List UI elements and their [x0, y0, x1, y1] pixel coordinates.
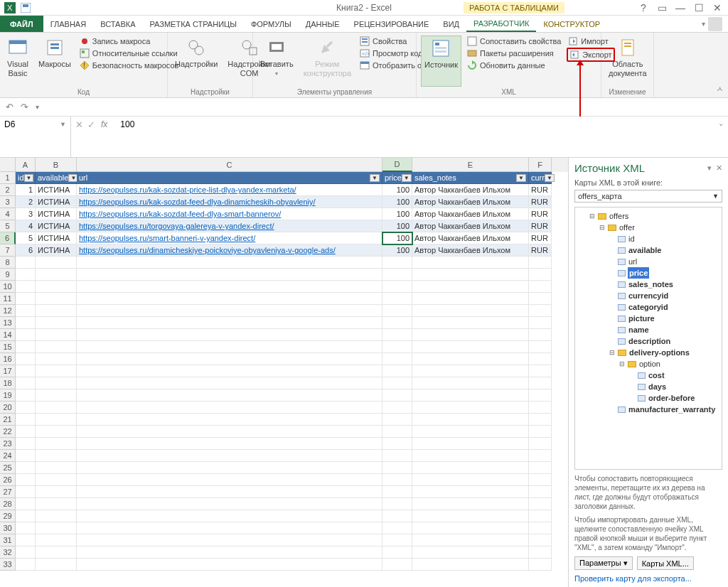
cell[interactable]: [36, 293, 77, 305]
cell[interactable]: RUR: [529, 220, 552, 232]
expansion-packs-button[interactable]: Пакеты расширения: [466, 48, 562, 59]
cell[interactable]: https://seopulses.ru/torgovaya-galereya-…: [77, 220, 382, 232]
cell[interactable]: [412, 257, 529, 269]
cell[interactable]: [16, 257, 36, 269]
cell[interactable]: [382, 522, 412, 534]
cell[interactable]: [16, 341, 36, 353]
cell[interactable]: [529, 498, 552, 510]
collapse-ribbon-icon[interactable]: ㅅ: [716, 84, 724, 95]
cell[interactable]: [36, 510, 77, 522]
cell[interactable]: [36, 534, 77, 546]
tree-node[interactable]: ⊟option: [578, 358, 719, 370]
cell[interactable]: [16, 305, 36, 317]
cell[interactable]: [36, 365, 77, 377]
cell[interactable]: [382, 426, 412, 438]
cell[interactable]: [77, 341, 382, 353]
xml-options-button[interactable]: Параметры ▾: [574, 556, 633, 570]
tab-данные[interactable]: ДАННЫЕ: [299, 16, 347, 32]
table-header-cell[interactable]: id▼: [16, 172, 36, 184]
cell[interactable]: [529, 365, 552, 377]
fx-icon[interactable]: fx: [101, 119, 107, 129]
cell[interactable]: [382, 377, 412, 389]
cell[interactable]: ИСТИНА: [36, 184, 77, 196]
col-header-C[interactable]: C: [77, 158, 382, 172]
tab-конструктор[interactable]: КОНСТРУКТОР: [536, 16, 607, 32]
tree-node[interactable]: manufacturer_warranty: [578, 404, 719, 415]
addins-button[interactable]: Надстройки: [172, 36, 220, 87]
cell[interactable]: [77, 281, 382, 293]
cell[interactable]: [529, 510, 552, 522]
cell[interactable]: Автор Чакканбаев Ильхом: [412, 184, 529, 196]
cell[interactable]: [412, 293, 529, 305]
refresh-data-button[interactable]: Обновить данные: [466, 60, 562, 71]
map-properties-button[interactable]: Сопоставить свойства: [466, 36, 562, 47]
cell[interactable]: [412, 559, 529, 571]
tree-node[interactable]: cost: [578, 370, 719, 381]
cell[interactable]: [382, 546, 412, 559]
cell[interactable]: [77, 450, 382, 462]
tree-node[interactable]: ⊟delivery-options: [578, 347, 719, 358]
cell[interactable]: [36, 341, 77, 353]
cell[interactable]: [16, 498, 36, 510]
col-header-A[interactable]: A: [16, 158, 36, 172]
cell[interactable]: [412, 341, 529, 353]
cell[interactable]: [412, 546, 529, 559]
cell[interactable]: [382, 389, 412, 402]
cell[interactable]: [16, 426, 36, 438]
cell[interactable]: [36, 269, 77, 281]
cell[interactable]: [412, 414, 529, 426]
cell[interactable]: [36, 462, 77, 474]
cell[interactable]: ИСТИНА: [36, 220, 77, 232]
cell[interactable]: 6: [16, 244, 36, 257]
cell[interactable]: 100: [382, 220, 412, 232]
row-header[interactable]: 21: [0, 414, 16, 426]
tree-node[interactable]: order-before: [578, 392, 719, 404]
cell[interactable]: [16, 546, 36, 559]
tree-node[interactable]: description: [578, 335, 719, 347]
cell[interactable]: [529, 353, 552, 365]
cell[interactable]: RUR: [529, 184, 552, 196]
cell[interactable]: [36, 329, 77, 341]
cell[interactable]: [529, 317, 552, 329]
macros-button[interactable]: Макросы: [36, 36, 74, 87]
cell[interactable]: [77, 498, 382, 510]
cell[interactable]: [16, 293, 36, 305]
row-header[interactable]: 9: [0, 269, 16, 281]
cell[interactable]: [77, 365, 382, 377]
cell[interactable]: [412, 486, 529, 498]
cell[interactable]: [36, 353, 77, 365]
row-header[interactable]: 29: [0, 510, 16, 522]
formula-input[interactable]: [113, 119, 710, 129]
cell[interactable]: 2: [16, 196, 36, 208]
cell[interactable]: 5: [16, 232, 36, 244]
cell[interactable]: [412, 377, 529, 389]
cell[interactable]: [16, 269, 36, 281]
cell[interactable]: [412, 353, 529, 365]
cell[interactable]: [16, 353, 36, 365]
cell[interactable]: Автор Чакканбаев Ильхом: [412, 196, 529, 208]
tab-file[interactable]: ФАЙЛ: [0, 16, 43, 32]
cell[interactable]: [77, 317, 382, 329]
cell[interactable]: [77, 414, 382, 426]
cell[interactable]: [77, 269, 382, 281]
namebox-dropdown-icon[interactable]: ▼: [60, 121, 66, 128]
cell[interactable]: [77, 293, 382, 305]
col-header-E[interactable]: E: [412, 158, 529, 172]
xml-maps-button[interactable]: Карты XML...: [637, 556, 694, 570]
row-header[interactable]: 31: [0, 534, 16, 546]
cell[interactable]: [77, 305, 382, 317]
filter-dropdown-icon[interactable]: ▼: [516, 174, 526, 182]
row-header[interactable]: 14: [0, 329, 16, 341]
cell[interactable]: https://seopulses.ru/kak-sozdat-feed-dly…: [77, 196, 382, 208]
row-header[interactable]: 12: [0, 305, 16, 317]
xml-map-select[interactable]: offers_карта▼: [574, 190, 722, 203]
tree-node[interactable]: name: [578, 324, 719, 335]
tab-вид[interactable]: ВИД: [436, 16, 466, 32]
filter-dropdown-icon[interactable]: ▼: [24, 174, 34, 182]
cell[interactable]: [412, 462, 529, 474]
tree-node[interactable]: ⊟offer: [578, 222, 719, 233]
name-box[interactable]: ▼: [0, 117, 71, 157]
cell[interactable]: [382, 329, 412, 341]
row-header[interactable]: 13: [0, 317, 16, 329]
cell[interactable]: [529, 559, 552, 571]
